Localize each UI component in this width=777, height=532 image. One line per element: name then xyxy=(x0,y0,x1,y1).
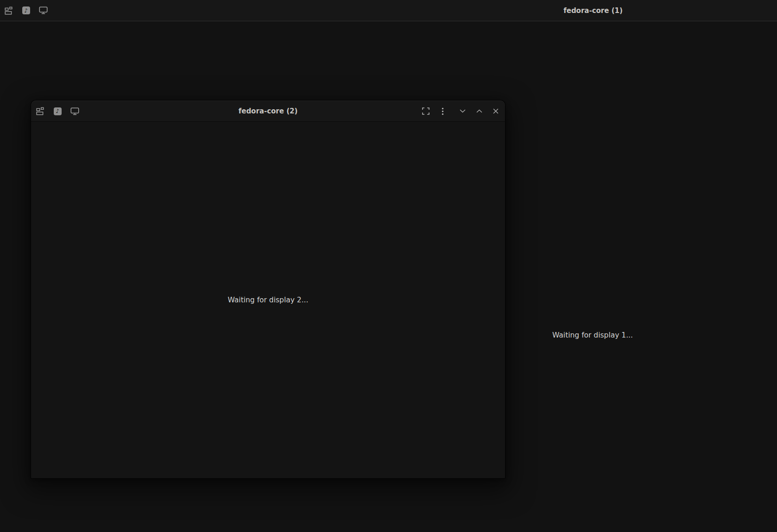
audio-note-glyph: ♪ xyxy=(24,8,28,13)
background-window-title-wrap: fedora-core (1) xyxy=(563,0,623,21)
chevron-up-icon[interactable] xyxy=(473,105,485,117)
chevron-down-icon[interactable] xyxy=(456,105,468,117)
background-toolbar: ♪ xyxy=(0,5,49,17)
floating-window-status: Waiting for display 2... xyxy=(228,296,309,304)
monitor-icon[interactable] xyxy=(37,5,49,17)
display-arrangement-icon[interactable] xyxy=(34,105,46,117)
audio-icon[interactable]: ♪ xyxy=(20,5,32,17)
floating-window-display-area: Waiting for display 2... xyxy=(31,122,505,478)
floating-window-title-wrap: fedora-core (2) xyxy=(239,100,298,122)
monitor-icon[interactable] xyxy=(69,105,81,117)
audio-icon[interactable]: ♪ xyxy=(51,105,63,117)
background-window-status: Waiting for display 1... xyxy=(552,331,633,339)
floating-toolbar: ♪ xyxy=(31,105,81,117)
background-window-title: fedora-core (1) xyxy=(563,6,623,15)
floating-window-title: fedora-core (2) xyxy=(239,107,298,115)
floating-window-headerbar[interactable]: ♪ fedora-core (2) xyxy=(31,100,505,122)
floating-window-controls xyxy=(420,100,502,122)
audio-note-glyph: ♪ xyxy=(56,108,59,114)
kebab-menu-icon[interactable] xyxy=(436,105,449,117)
floating-window: ♪ fedora-core (2) xyxy=(31,100,505,478)
fullscreen-icon[interactable] xyxy=(420,105,432,117)
display-arrangement-icon[interactable] xyxy=(3,5,15,17)
background-window-headerbar[interactable]: ♪ fedora-core (1) xyxy=(0,0,777,21)
desktop: ♪ fedora-core (1) Waiting for display 1.… xyxy=(0,0,777,532)
close-icon[interactable] xyxy=(490,105,502,117)
